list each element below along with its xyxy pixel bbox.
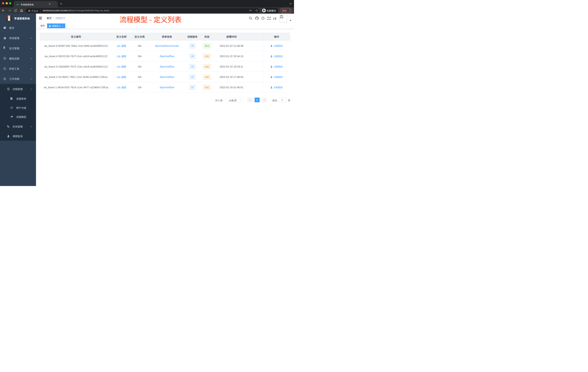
svg-text:?: ? — [262, 17, 263, 19]
